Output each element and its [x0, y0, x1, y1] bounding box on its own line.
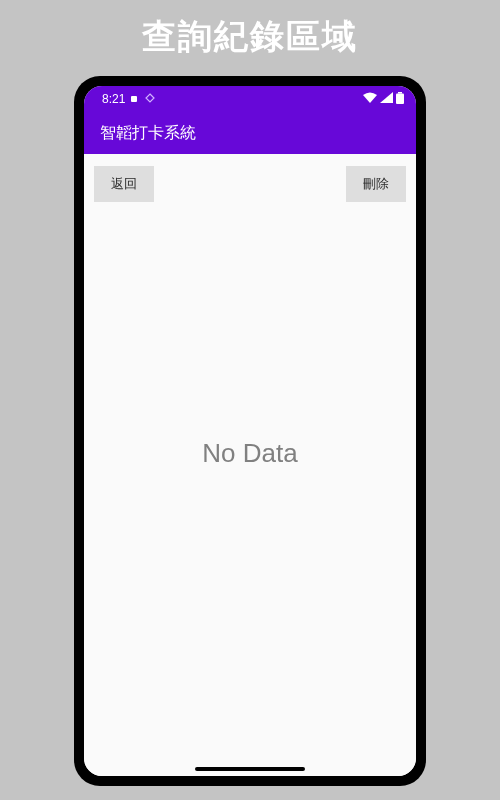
- empty-state-message: No Data: [202, 437, 297, 468]
- svg-rect-1: [398, 92, 402, 94]
- notification-icon: [145, 92, 155, 106]
- status-bar-left: 8:21: [102, 92, 155, 106]
- status-time: 8:21: [102, 92, 125, 106]
- signal-icon: [380, 92, 393, 106]
- voicemail-icon: [130, 92, 140, 106]
- phone-frame: 8:21 智韜打卡系統: [74, 76, 426, 786]
- status-bar-right: [363, 92, 404, 107]
- svg-rect-0: [131, 96, 137, 102]
- battery-icon: [396, 92, 404, 107]
- page-title: 查詢紀錄區域: [142, 14, 358, 60]
- app-bar-title: 智韜打卡系統: [100, 123, 196, 144]
- navigation-bar-handle[interactable]: [195, 767, 305, 771]
- button-row: 返回 刪除: [84, 154, 416, 202]
- delete-button[interactable]: 刪除: [346, 166, 406, 202]
- phone-screen: 8:21 智韜打卡系統: [84, 86, 416, 776]
- back-button[interactable]: 返回: [94, 166, 154, 202]
- svg-rect-2: [396, 93, 404, 104]
- wifi-icon: [363, 92, 377, 106]
- content-area: 返回 刪除 No Data: [84, 154, 416, 776]
- status-bar: 8:21: [84, 86, 416, 112]
- app-bar: 智韜打卡系統: [84, 112, 416, 154]
